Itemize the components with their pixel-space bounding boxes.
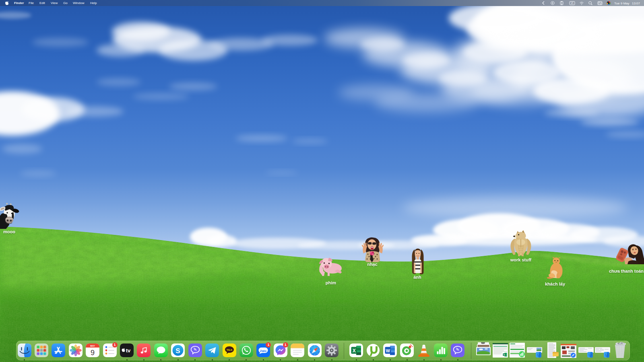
svg-text:X: X [504,354,505,356]
svg-text:Zalo: Zalo [260,349,267,353]
svg-text:tv: tv [126,348,131,354]
svg-text:TALK: TALK [226,349,232,351]
svg-text:13:07: 13:07 [632,2,640,5]
svg-text:Tue 9 May: Tue 9 May [614,2,630,5]
svg-text:9: 9 [91,349,95,357]
svg-text:X: X [353,348,356,354]
svg-text:W: W [386,348,390,353]
svg-text:VI: VI [571,2,573,4]
svg-text:MAY: MAY [90,345,95,347]
svg-text:S: S [176,347,180,355]
